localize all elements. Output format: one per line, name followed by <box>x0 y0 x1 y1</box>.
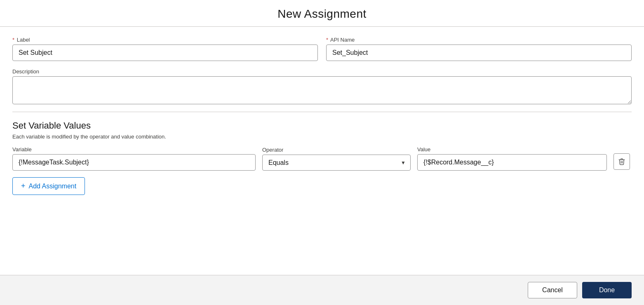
modal-header: New Assignment <box>0 0 644 27</box>
modal-container: New Assignment * Label * API Name <box>0 0 644 305</box>
plus-icon: + <box>21 182 26 190</box>
variable-column: Variable <box>12 146 256 171</box>
add-assignment-label: Add Assignment <box>29 183 77 190</box>
label-api-row: * Label * API Name <box>12 37 632 61</box>
label-required-star: * <box>12 37 14 43</box>
delete-row-button[interactable] <box>613 153 630 170</box>
value-column: Value <box>417 146 607 171</box>
add-assignment-button[interactable]: + Add Assignment <box>12 177 85 195</box>
operator-wrapper: Equals Add Subtract Multiply Divide ▼ <box>262 155 411 171</box>
description-form-group: Description <box>12 68 632 104</box>
description-field-label: Description <box>12 68 632 75</box>
cancel-button[interactable]: Cancel <box>528 282 577 298</box>
modal-title: New Assignment <box>10 7 634 21</box>
api-name-required-star: * <box>326 37 328 43</box>
variable-col-label: Variable <box>12 146 256 152</box>
description-input[interactable] <box>12 76 632 104</box>
section-title: Set Variable Values <box>12 120 632 131</box>
done-button[interactable]: Done <box>582 282 632 298</box>
operator-column: Operator Equals Add Subtract Multiply Di… <box>262 147 411 171</box>
api-name-input[interactable] <box>326 45 632 61</box>
label-input[interactable] <box>12 45 318 61</box>
modal-body: * Label * API Name Description Set Varia… <box>0 27 644 275</box>
value-col-label: Value <box>417 146 607 152</box>
assignment-columns: Variable Operator Equals Add Subtract Mu… <box>12 146 632 171</box>
set-variable-section: Set Variable Values Each variable is mod… <box>12 120 632 195</box>
label-field-label: * Label <box>12 37 318 43</box>
api-name-field-label: * API Name <box>326 37 632 43</box>
section-subtitle: Each variable is modified by the operato… <box>12 134 632 140</box>
modal-footer: Cancel Done <box>0 275 644 305</box>
label-form-group: * Label <box>12 37 318 61</box>
operator-select[interactable]: Equals Add Subtract Multiply Divide <box>262 155 411 171</box>
section-divider <box>12 112 632 112</box>
operator-col-label: Operator <box>262 147 411 153</box>
api-name-form-group: * API Name <box>326 37 632 61</box>
value-input[interactable] <box>417 154 607 171</box>
variable-input[interactable] <box>12 154 256 171</box>
trash-icon <box>618 158 625 165</box>
delete-column <box>613 153 632 171</box>
